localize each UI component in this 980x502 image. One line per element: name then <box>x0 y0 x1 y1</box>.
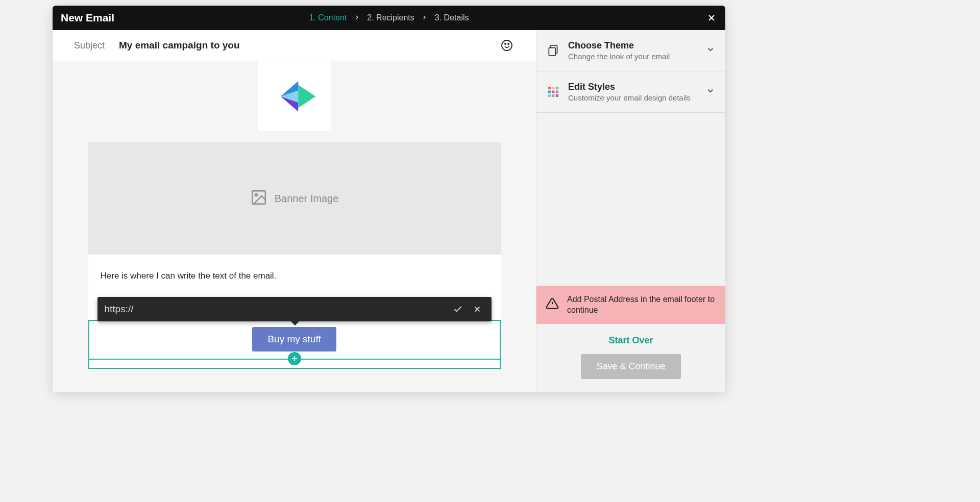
styles-texts: Edit Styles Customize your email design … <box>568 82 698 102</box>
subject-bar: Subject My email campaign to you <box>53 30 536 61</box>
link-url-popover <box>97 297 492 321</box>
edit-styles-panel[interactable]: Edit Styles Customize your email design … <box>536 71 725 113</box>
svg-rect-23 <box>556 91 558 93</box>
wizard-steps: 1. Content 2. Recipients 3. Details <box>309 13 469 22</box>
editor-main: Subject My email campaign to you <box>53 30 536 392</box>
logo-block[interactable] <box>258 61 331 131</box>
close-button[interactable] <box>706 12 717 23</box>
sidebar-spacer <box>536 113 725 286</box>
banner-label: Banner Image <box>275 193 339 205</box>
step-details[interactable]: 3. Details <box>435 13 469 22</box>
email-editor-modal: New Email 1. Content 2. Recipients 3. De… <box>53 6 725 392</box>
image-icon <box>250 189 267 209</box>
modal-header: New Email 1. Content 2. Recipients 3. De… <box>53 6 725 30</box>
link-url-input[interactable] <box>105 304 446 315</box>
subject-input[interactable]: My email campaign to you <box>119 40 240 51</box>
svg-rect-24 <box>548 94 551 97</box>
warning-icon <box>546 297 559 313</box>
theme-texts: Choose Theme Change the look of your ema… <box>568 40 698 61</box>
chevron-down-icon <box>706 45 715 56</box>
modal-title: New Email <box>61 12 114 24</box>
theme-title: Choose Theme <box>568 40 698 51</box>
svg-rect-21 <box>548 91 551 93</box>
banner-image-placeholder[interactable]: Banner Image <box>88 142 501 255</box>
button-block[interactable]: Buy my stuff <box>88 320 501 369</box>
svg-rect-20 <box>556 87 558 89</box>
cancel-link-button[interactable] <box>470 302 484 316</box>
modal-body: Subject My email campaign to you <box>53 30 725 392</box>
email-column: Banner Image Here is where I can write t… <box>88 61 501 392</box>
emoji-button[interactable] <box>499 38 514 53</box>
logo-icon <box>272 77 317 116</box>
sidebar-actions: Start Over Save & Continue <box>536 324 725 392</box>
svg-rect-17 <box>549 48 555 56</box>
postal-address-warning: Add Postal Address in the email footer t… <box>536 286 725 324</box>
chevron-right-icon <box>354 13 360 22</box>
email-canvas: Banner Image Here is where I can write t… <box>53 61 536 392</box>
insert-divider <box>89 359 500 360</box>
save-continue-button[interactable]: Save & Continue <box>581 354 680 379</box>
confirm-link-button[interactable] <box>451 302 465 316</box>
chevron-down-icon <box>706 86 715 97</box>
svg-rect-25 <box>552 94 555 97</box>
warning-text: Add Postal Address in the email footer t… <box>567 294 716 316</box>
chevron-right-icon <box>422 13 428 22</box>
svg-rect-26 <box>556 94 558 97</box>
right-sidebar: Choose Theme Change the look of your ema… <box>536 30 725 392</box>
theme-subtitle: Change the look of your email <box>568 52 698 61</box>
step-content[interactable]: 1. Content <box>309 13 347 22</box>
add-block-button[interactable] <box>288 352 301 365</box>
styles-icon <box>547 85 560 98</box>
cta-button[interactable]: Buy my stuff <box>252 327 336 352</box>
svg-marker-9 <box>298 85 315 108</box>
styles-title: Edit Styles <box>568 82 698 92</box>
choose-theme-panel[interactable]: Choose Theme Change the look of your ema… <box>536 30 725 71</box>
svg-rect-18 <box>548 87 551 89</box>
svg-rect-19 <box>552 87 555 89</box>
styles-subtitle: Customize your email design details <box>568 93 698 102</box>
svg-point-3 <box>505 43 506 44</box>
svg-rect-22 <box>552 91 555 93</box>
paragraph-1: Here is where I can write the text of th… <box>101 270 488 282</box>
svg-point-11 <box>255 193 257 195</box>
step-recipients[interactable]: 2. Recipients <box>367 13 414 22</box>
svg-point-4 <box>508 43 509 44</box>
subject-label: Subject <box>74 40 105 51</box>
theme-icon <box>547 44 560 57</box>
start-over-button[interactable]: Start Over <box>608 335 653 346</box>
svg-point-2 <box>502 40 512 51</box>
